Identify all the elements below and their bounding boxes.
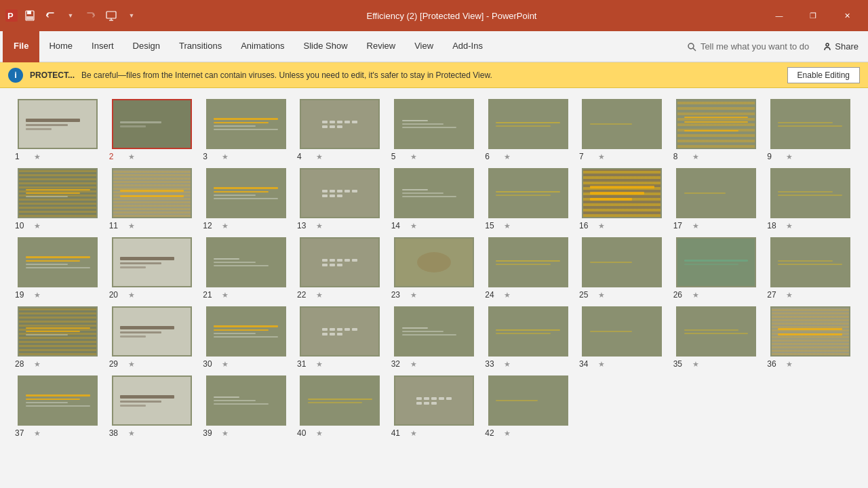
slide-item-28[interactable]: 28 ★	[14, 306, 102, 369]
slide-item-15[interactable]: 15 ★	[484, 168, 572, 230]
save-button[interactable]	[22, 7, 38, 24]
slide-item-5[interactable]: 5 ★	[390, 99, 479, 161]
slide-star-25[interactable]: ★	[598, 291, 605, 300]
slide-star-37[interactable]: ★	[34, 429, 41, 438]
slide-item-20[interactable]: 20 ★	[108, 237, 197, 300]
slide-star-24[interactable]: ★	[504, 291, 511, 300]
slide-item-10[interactable]: 10 ★	[14, 168, 102, 230]
slide-star-34[interactable]: ★	[598, 360, 605, 369]
slide-item-23[interactable]: 23 ★	[390, 237, 479, 300]
slide-star-33[interactable]: ★	[504, 360, 511, 369]
slide-item-27[interactable]: 27 ★	[766, 237, 854, 300]
slide-item-39[interactable]: 39 ★	[201, 375, 290, 438]
slide-item-1[interactable]: 1 ★	[14, 99, 102, 161]
slide-star-36[interactable]: ★	[786, 360, 793, 369]
slide-star-3[interactable]: ★	[222, 152, 229, 161]
slide-item-37[interactable]: 37 ★	[14, 375, 102, 438]
slide-star-2[interactable]: ★	[128, 152, 135, 161]
slide-star-6[interactable]: ★	[504, 152, 511, 161]
slide-item-7[interactable]: 7 ★	[578, 99, 667, 161]
undo-dropdown[interactable]: ▼	[62, 7, 79, 24]
slide-item-22[interactable]: 22 ★	[296, 237, 384, 300]
slide-star-26[interactable]: ★	[692, 291, 699, 300]
enable-editing-button[interactable]: Enable Editing	[787, 67, 860, 83]
slide-item-3[interactable]: 3 ★	[201, 99, 290, 161]
tab-design[interactable]: Design	[123, 31, 170, 62]
slide-star-15[interactable]: ★	[504, 222, 511, 230]
restore-button[interactable]: ❐	[797, 0, 829, 31]
slide-star-13[interactable]: ★	[316, 222, 323, 230]
slide-item-9[interactable]: 9 ★	[766, 99, 854, 161]
slide-star-5[interactable]: ★	[410, 152, 417, 161]
slide-star-27[interactable]: ★	[786, 291, 793, 300]
slide-star-40[interactable]: ★	[316, 429, 323, 438]
slide-item-34[interactable]: 34 ★	[578, 306, 667, 369]
slide-item-14[interactable]: 14 ★	[390, 168, 479, 230]
slide-star-38[interactable]: ★	[128, 429, 135, 438]
slide-star-30[interactable]: ★	[222, 360, 229, 369]
slide-star-41[interactable]: ★	[410, 429, 417, 438]
slide-item-4[interactable]: 4 ★	[296, 99, 384, 161]
slide-star-12[interactable]: ★	[222, 222, 229, 230]
slide-star-17[interactable]: ★	[692, 222, 699, 230]
undo-button[interactable]	[42, 7, 58, 24]
slide-star-14[interactable]: ★	[410, 222, 417, 230]
slide-item-33[interactable]: 33 ★	[484, 306, 572, 369]
slide-star-8[interactable]: ★	[692, 152, 699, 161]
slide-item-21[interactable]: 21 ★	[201, 237, 290, 300]
slide-item-11[interactable]: 11 ★	[108, 168, 197, 230]
slide-item-18[interactable]: 18 ★	[766, 168, 854, 230]
slide-star-31[interactable]: ★	[316, 360, 323, 369]
tab-addins[interactable]: Add-Ins	[443, 31, 492, 62]
present-button[interactable]	[103, 7, 119, 24]
slide-star-16[interactable]: ★	[598, 222, 605, 230]
search-box[interactable]: Tell me what you want to do	[680, 41, 816, 52]
slide-star-23[interactable]: ★	[410, 291, 417, 300]
slide-item-38[interactable]: 38 ★	[108, 375, 197, 438]
tab-transitions[interactable]: Transitions	[170, 31, 231, 62]
tab-slideshow[interactable]: Slide Show	[294, 31, 357, 62]
slide-item-8[interactable]: 8 ★	[672, 99, 761, 161]
slide-star-21[interactable]: ★	[222, 291, 229, 300]
slide-star-28[interactable]: ★	[34, 360, 41, 369]
slide-item-26[interactable]: 26 ★	[672, 237, 761, 300]
slide-star-32[interactable]: ★	[410, 360, 417, 369]
close-button[interactable]: ✕	[831, 0, 863, 31]
slide-star-20[interactable]: ★	[128, 291, 135, 300]
slide-item-35[interactable]: 35 ★	[672, 306, 761, 369]
slide-star-4[interactable]: ★	[316, 152, 323, 161]
slide-item-42[interactable]: 42 ★	[484, 375, 572, 438]
slide-star-22[interactable]: ★	[316, 291, 323, 300]
slide-item-2[interactable]: 2 ★	[108, 99, 197, 161]
slide-item-17[interactable]: 17 ★	[672, 168, 761, 230]
slide-item-29[interactable]: 29 ★	[108, 306, 197, 369]
slide-item-36[interactable]: 36 ★	[766, 306, 854, 369]
slide-star-11[interactable]: ★	[128, 222, 135, 230]
customize-btn[interactable]: ▼	[123, 7, 140, 24]
slide-item-30[interactable]: 30 ★	[201, 306, 290, 369]
slide-item-41[interactable]: 41 ★	[390, 375, 479, 438]
slide-star-9[interactable]: ★	[786, 152, 793, 161]
slide-item-19[interactable]: 19 ★	[14, 237, 102, 300]
slide-item-25[interactable]: 25 ★	[578, 237, 667, 300]
slide-item-40[interactable]: 40 ★	[296, 375, 384, 438]
minimize-button[interactable]: —	[764, 0, 795, 31]
tab-animations[interactable]: Animations	[231, 31, 294, 62]
slide-star-42[interactable]: ★	[504, 429, 511, 438]
slide-star-35[interactable]: ★	[692, 360, 699, 369]
slide-star-18[interactable]: ★	[786, 222, 793, 230]
slide-item-12[interactable]: 12 ★	[201, 168, 290, 230]
tab-file[interactable]: File	[3, 31, 39, 62]
slide-item-24[interactable]: 24 ★	[484, 237, 572, 300]
slide-item-31[interactable]: 31 ★	[296, 306, 384, 369]
slide-star-19[interactable]: ★	[34, 291, 41, 300]
slide-item-6[interactable]: 6 ★	[484, 99, 572, 161]
tab-review[interactable]: Review	[357, 31, 406, 62]
slide-star-29[interactable]: ★	[128, 360, 135, 369]
tab-view[interactable]: View	[405, 31, 443, 62]
slide-star-1[interactable]: ★	[34, 152, 41, 161]
slide-star-39[interactable]: ★	[222, 429, 229, 438]
redo-button[interactable]	[83, 7, 99, 24]
share-button[interactable]: Share	[816, 41, 865, 52]
tab-home[interactable]: Home	[39, 31, 82, 62]
